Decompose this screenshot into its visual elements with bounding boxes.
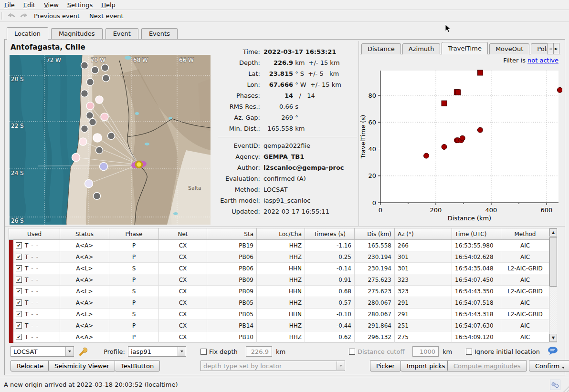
origin-info-row: Depth:226.9 km +/- 15 km xyxy=(214,57,357,68)
plot-panel-right-border xyxy=(564,41,564,226)
column-header-phase[interactable]: Phase xyxy=(109,228,159,239)
menu-settings[interactable]: Settings xyxy=(63,0,97,10)
tab-moveout[interactable]: MoveOut xyxy=(489,43,529,54)
column-header-time-utc-[interactable]: Time (UTC) xyxy=(452,228,501,239)
used-checkbox[interactable]: ✔ xyxy=(16,299,22,306)
test-button[interactable]: TestButton xyxy=(115,360,160,371)
used-checkbox[interactable]: ✔ xyxy=(16,334,22,340)
relocate-button[interactable]: Relocate xyxy=(11,360,50,371)
table-row[interactable]: ✔T--A<A>PCXPB19HHZ-1.16165.55826616:53:5… xyxy=(9,240,557,251)
column-header-az-[interactable]: Az (°) xyxy=(395,228,452,239)
tab-event[interactable]: Event xyxy=(105,28,138,40)
tab-traveltime[interactable]: TravelTime xyxy=(442,42,487,54)
connection-status-icon[interactable] xyxy=(550,380,560,390)
ignore-initial-location-option[interactable]: Ignore initial location xyxy=(466,346,540,357)
profile-select[interactable]: iasp91 xyxy=(128,346,186,357)
svg-text:20: 20 xyxy=(368,172,376,179)
table-row[interactable]: ✔T--A<A>PCXPB06HHZ0.25230.19430116:54:02… xyxy=(9,251,557,263)
ignore-initial-location-checkbox[interactable] xyxy=(466,349,472,355)
picker-button[interactable]: Picker xyxy=(370,360,401,371)
net-cell: CX xyxy=(159,286,207,297)
dropdown-arrow-icon xyxy=(178,347,185,356)
splitter[interactable] xyxy=(5,226,565,227)
dropdown-arrow-icon xyxy=(65,347,73,356)
seismicity-viewer-button[interactable]: Seismicity Viewer xyxy=(48,360,116,371)
tab-scroll-right-icon[interactable]: ► xyxy=(553,43,559,54)
locator-select[interactable]: LOCSAT xyxy=(11,346,74,357)
used-checkbox[interactable]: ✔ xyxy=(16,254,22,260)
column-header-status[interactable]: Status xyxy=(60,228,109,239)
tab-magnitudes[interactable]: Magnitudes xyxy=(51,28,103,40)
distance-cutoff-option[interactable]: Distance cutoff xyxy=(349,346,404,357)
filter-toggle-link[interactable]: not active xyxy=(527,57,558,64)
toolbar-handle[interactable] xyxy=(1,12,3,20)
comment-bubble-icon[interactable] xyxy=(547,346,558,357)
status-bar: A new origin arrived at 2022-03-18 20:03… xyxy=(0,377,569,392)
location-map[interactable]: 72 W 70 W 68 W 66 W 20 S 22 S 24 S 26 S … xyxy=(10,55,211,225)
table-row[interactable]: ✔T--A<A>PCXPB10HHZ0.62296.13227516:54:09… xyxy=(9,331,557,343)
tab-distance[interactable]: Distance xyxy=(361,43,401,54)
menu-file[interactable]: File xyxy=(0,0,19,10)
table-row[interactable]: ✔T--A<L>SCXPB05HHN-0.10280.06729116:54:4… xyxy=(9,309,557,320)
map-lon-label: 66 W xyxy=(179,57,194,63)
column-header-loc-cha[interactable]: Loc/Cha xyxy=(257,228,305,239)
previous-arrow-icon[interactable] xyxy=(7,11,17,20)
tres-cell: 0.62 xyxy=(305,331,355,343)
scroll-up-icon[interactable]: ▲ xyxy=(549,228,557,237)
cutoff-input[interactable]: 1000 xyxy=(412,346,439,357)
plot-tab-bar: Distance Azimuth TravelTime MoveOut Pola… xyxy=(361,42,557,54)
used-checkbox[interactable]: ✔ xyxy=(16,288,22,294)
column-header-method[interactable]: Method xyxy=(501,228,549,239)
table-vertical-scrollbar[interactable]: ▲ ▼ xyxy=(549,228,557,342)
used-cell: ✔T-- xyxy=(9,263,60,274)
column-header-used[interactable]: Used xyxy=(9,228,60,239)
menu-help[interactable]: Help xyxy=(97,0,120,10)
confirm-menu-arrow-icon xyxy=(562,367,565,369)
traveltime-plot[interactable]: 0200400600020406080Distance (km)TravelTi… xyxy=(359,67,562,225)
menu-edit[interactable]: Edit xyxy=(19,0,40,10)
next-event-button[interactable]: Next event xyxy=(84,11,128,21)
table-row[interactable]: ✔T--A<L>SCXPB09HHN0.68275.62332316:54:43… xyxy=(9,286,557,297)
import-picks-button[interactable]: Import picks xyxy=(400,360,452,371)
tab-location[interactable]: Location xyxy=(7,27,48,40)
tab-events[interactable]: Events xyxy=(141,28,178,40)
column-header-dis-km-[interactable]: Dis (km) xyxy=(355,228,395,239)
status-cell: A<A> xyxy=(60,251,109,263)
scrollbar-thumb[interactable] xyxy=(549,237,557,287)
sta-cell: PB14 xyxy=(207,320,257,331)
resize-grip[interactable] xyxy=(561,384,569,392)
locator-settings-wrench-icon[interactable] xyxy=(78,346,88,358)
dist-cell: 230.194 xyxy=(355,251,395,263)
used-checkbox[interactable]: ✔ xyxy=(16,265,22,271)
used-checkbox[interactable]: ✔ xyxy=(16,311,22,317)
fix-depth-option[interactable]: Fix depth xyxy=(200,346,238,357)
time-cell: 16:54:43.350 xyxy=(452,286,501,297)
table-row[interactable]: ✔T--A<A>PCXPB05HHZ0.57280.06729116:54:07… xyxy=(9,297,557,309)
table-row[interactable]: ✔T--A<L>SCXPB06HHN-0.14230.19430116:54:3… xyxy=(9,263,557,274)
fix-depth-checkbox[interactable] xyxy=(200,349,207,355)
previous-event-button[interactable]: Previous event xyxy=(29,11,84,21)
depth-input[interactable]: 226.9 xyxy=(246,346,272,357)
used-checkbox[interactable]: ✔ xyxy=(16,322,22,329)
scroll-down-icon[interactable]: ▼ xyxy=(549,334,557,342)
table-row[interactable]: ✔T--A<A>PCXPB14HHZ-0.44291.86425116:54:0… xyxy=(9,320,557,331)
tab-scroll-left-icon[interactable]: ◄ xyxy=(547,43,553,54)
used-checkbox[interactable]: ✔ xyxy=(16,277,22,283)
table-row[interactable]: ✔T--A<A>PCXPB09HHZ0.91275.62332316:54:07… xyxy=(9,274,557,286)
confirm-button[interactable]: Confirm xyxy=(529,360,569,371)
scrollbar-track[interactable] xyxy=(550,287,557,333)
column-header-timeres-s-[interactable]: Timeres (s) xyxy=(305,228,355,239)
column-header-sta[interactable]: Sta xyxy=(207,228,257,239)
toolbar: Previous event Next event xyxy=(0,10,569,22)
origin-info-row: Phases:14 / 14 xyxy=(214,90,357,101)
column-header-net[interactable]: Net xyxy=(159,228,207,239)
svg-text:200: 200 xyxy=(430,206,442,214)
status-cell: A<L> xyxy=(60,309,109,320)
used-checkbox[interactable]: ✔ xyxy=(16,242,22,248)
tab-azimuth[interactable]: Azimuth xyxy=(402,43,441,54)
cha-cell: HHZ xyxy=(257,297,305,309)
svg-text:40: 40 xyxy=(368,145,376,153)
menu-view[interactable]: View xyxy=(40,0,63,10)
next-arrow-icon[interactable] xyxy=(19,11,28,20)
distance-cutoff-checkbox[interactable] xyxy=(349,349,355,355)
